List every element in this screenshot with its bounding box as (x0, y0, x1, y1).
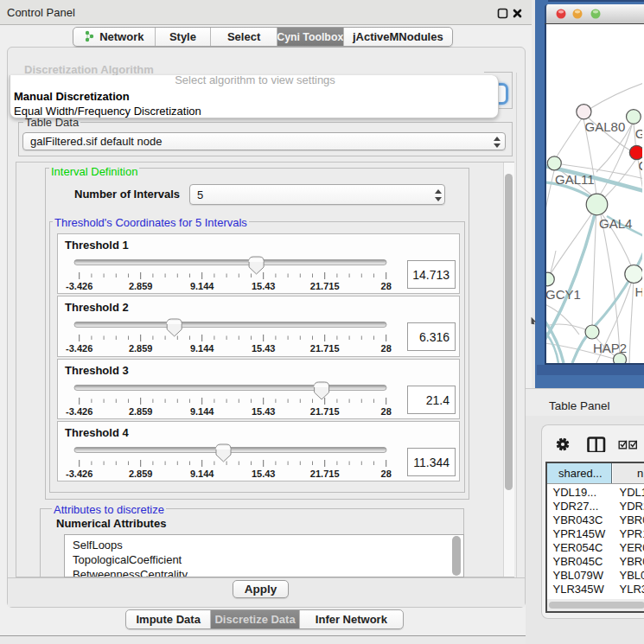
svg-text:28: 28 (381, 343, 392, 354)
svg-text:15.43: 15.43 (252, 406, 276, 417)
svg-text:28: 28 (381, 406, 392, 417)
svg-text:GA: GA (635, 126, 642, 141)
svg-text:9.144: 9.144 (190, 281, 214, 291)
svg-text:H: H (635, 284, 643, 299)
svg-text:9.144: 9.144 (190, 469, 214, 479)
svg-text:-3.426: -3.426 (66, 281, 92, 291)
svg-text:GCY1: GCY1 (546, 287, 581, 302)
svg-text:15.43: 15.43 (252, 469, 276, 479)
svg-text:C: C (639, 158, 643, 173)
svg-text:21.715: 21.715 (310, 469, 340, 479)
svg-text:-3.426: -3.426 (66, 406, 92, 417)
svg-text:-3.426: -3.426 (66, 469, 92, 479)
svg-text:GAL11: GAL11 (555, 172, 595, 187)
svg-text:15.43: 15.43 (252, 281, 276, 291)
svg-text:15.43: 15.43 (252, 343, 276, 354)
svg-text:GAL4: GAL4 (599, 216, 632, 231)
svg-text:2.859: 2.859 (129, 281, 153, 291)
svg-text:28: 28 (381, 469, 392, 479)
svg-text:-3.426: -3.426 (66, 343, 92, 354)
svg-text:21.715: 21.715 (310, 281, 340, 291)
svg-text:GAL80: GAL80 (585, 119, 626, 134)
svg-text:2.859: 2.859 (129, 343, 153, 354)
svg-text:2.859: 2.859 (129, 406, 153, 417)
svg-text:21.715: 21.715 (310, 343, 340, 354)
svg-text:9.144: 9.144 (190, 406, 214, 417)
svg-text:21.715: 21.715 (310, 406, 340, 417)
svg-text:28: 28 (381, 281, 392, 291)
svg-text:2.859: 2.859 (129, 469, 153, 479)
svg-text:9.144: 9.144 (190, 343, 214, 354)
svg-text:HAP2: HAP2 (593, 341, 627, 355)
